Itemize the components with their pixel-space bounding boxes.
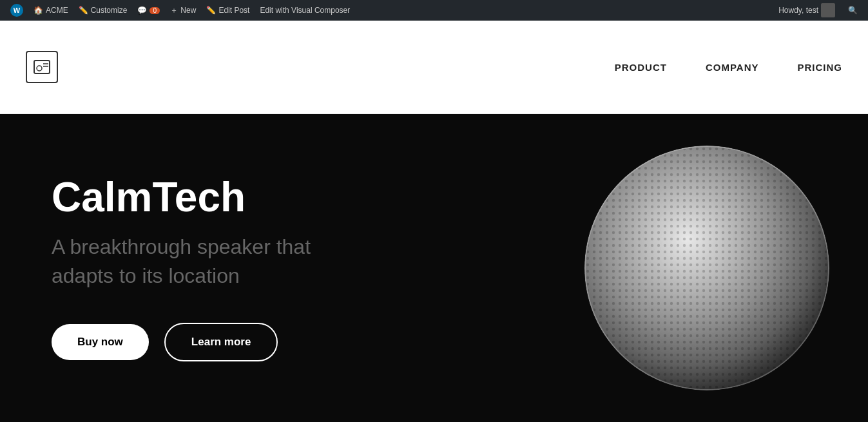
edit-icon: ✏️ xyxy=(206,6,216,15)
logo-icon xyxy=(26,51,58,83)
speaker-image xyxy=(584,146,829,390)
user-avatar xyxy=(821,3,835,17)
comment-icon: 💬 xyxy=(137,6,147,15)
hero-buttons: Buy now Learn more xyxy=(52,323,361,361)
site-icon: 🏠 xyxy=(34,6,43,15)
admin-bar-right: Howdy, test 🔍 xyxy=(773,0,863,21)
hero-section: CalmTech A breakthrough speaker that ada… xyxy=(0,114,868,422)
site-logo[interactable] xyxy=(26,51,58,83)
wp-logo-icon: W xyxy=(10,4,23,17)
howdy-label: Howdy, test xyxy=(778,6,818,15)
new-button[interactable]: ＋ New xyxy=(165,0,201,21)
visual-composer-button[interactable]: Edit with Visual Composer xyxy=(255,0,355,21)
customize-icon: ✏️ xyxy=(79,6,88,15)
customize-label: Customize xyxy=(91,6,128,15)
nav-company[interactable]: COMPANY xyxy=(706,62,759,73)
search-button[interactable]: 🔍 xyxy=(843,0,863,21)
plus-icon: ＋ xyxy=(170,5,178,16)
speaker-dots xyxy=(584,146,829,390)
admin-bar: W 🏠 ACME ✏️ Customize 💬 0 ＋ New ✏️ Edit … xyxy=(0,0,868,21)
nav-pricing[interactable]: PRICING xyxy=(797,62,842,73)
search-icon: 🔍 xyxy=(848,6,858,15)
edit-post-button[interactable]: ✏️ Edit Post xyxy=(201,0,255,21)
buy-now-button[interactable]: Buy now xyxy=(52,324,149,360)
svg-rect-7 xyxy=(584,146,829,390)
comments-button[interactable]: 💬 0 xyxy=(132,0,165,21)
nav-product[interactable]: PRODUCT xyxy=(615,62,667,73)
edit-post-label: Edit Post xyxy=(218,6,249,15)
hero-subtitle: A breakthrough speaker that adapts to it… xyxy=(52,233,361,291)
hero-title: CalmTech xyxy=(52,175,361,220)
customize-button[interactable]: ✏️ Customize xyxy=(73,0,133,21)
learn-more-button[interactable]: Learn more xyxy=(164,323,278,361)
site-nav: PRODUCT COMPANY PRICING xyxy=(615,62,842,73)
howdy-button[interactable]: Howdy, test xyxy=(773,0,840,21)
acme-button[interactable]: 🏠 ACME xyxy=(28,0,73,21)
site-header: PRODUCT COMPANY PRICING xyxy=(0,21,868,114)
speaker-visual xyxy=(584,146,829,390)
comments-count: 0 xyxy=(149,7,160,14)
svg-point-1 xyxy=(37,66,42,71)
hero-content: CalmTech A breakthrough speaker that ada… xyxy=(52,175,361,361)
acme-label: ACME xyxy=(46,6,68,15)
wp-logo-button[interactable]: W xyxy=(5,0,28,21)
visual-composer-label: Edit with Visual Composer xyxy=(260,6,350,15)
new-label: New xyxy=(180,6,196,15)
